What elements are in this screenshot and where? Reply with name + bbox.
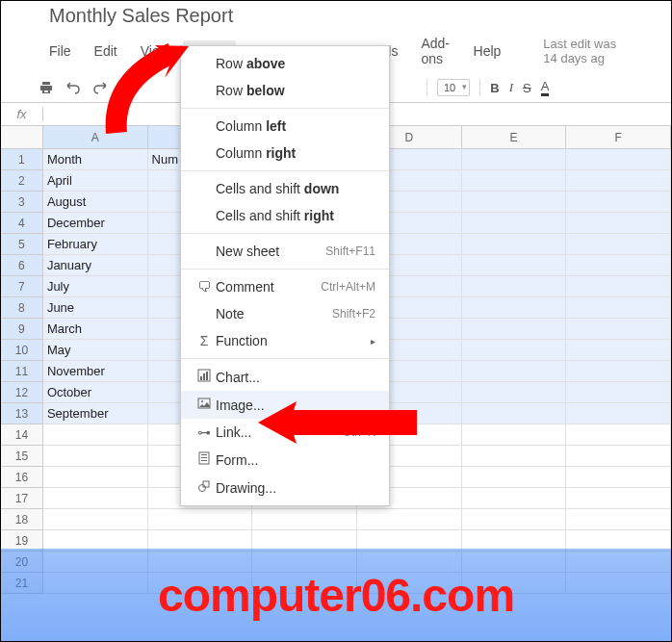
cell[interactable] xyxy=(566,361,671,382)
col-header-f[interactable]: F xyxy=(566,126,671,149)
menu-help[interactable]: Help xyxy=(464,40,511,62)
cell[interactable] xyxy=(462,255,567,276)
cell[interactable] xyxy=(43,488,148,509)
cell[interactable]: August xyxy=(43,192,148,213)
cell[interactable]: July xyxy=(43,276,148,297)
cell[interactable] xyxy=(566,149,671,170)
cell[interactable]: May xyxy=(43,340,148,361)
row-number[interactable]: 15 xyxy=(1,446,43,467)
cell[interactable] xyxy=(43,467,148,488)
cell[interactable] xyxy=(566,297,671,319)
menu-cells-shift-right[interactable]: Cells and shift right xyxy=(181,202,389,229)
cell[interactable] xyxy=(566,319,671,340)
menu-note[interactable]: NoteShift+F2 xyxy=(181,300,389,327)
row-number[interactable]: 10 xyxy=(1,340,43,361)
cell[interactable] xyxy=(566,170,671,192)
row-number[interactable]: 3 xyxy=(1,192,43,213)
cell[interactable] xyxy=(252,509,357,530)
cell[interactable] xyxy=(566,446,671,467)
menu-chart[interactable]: Chart... xyxy=(181,363,389,391)
cell[interactable] xyxy=(462,149,567,170)
font-size-select[interactable]: 10 xyxy=(437,79,470,96)
cell[interactable] xyxy=(462,234,567,255)
cell[interactable]: Month xyxy=(43,149,148,170)
menu-addons[interactable]: Add-ons xyxy=(411,33,459,69)
cell[interactable] xyxy=(462,276,567,297)
cell[interactable] xyxy=(566,424,671,446)
cell[interactable] xyxy=(43,446,148,467)
row-number[interactable]: 8 xyxy=(1,297,43,319)
cell[interactable] xyxy=(566,340,671,361)
undo-icon[interactable] xyxy=(65,79,82,96)
cell[interactable] xyxy=(462,467,567,488)
cell[interactable] xyxy=(462,446,567,467)
row-number[interactable]: 9 xyxy=(1,319,43,340)
cell[interactable] xyxy=(462,297,567,319)
cell[interactable]: January xyxy=(43,255,148,276)
row-number[interactable]: 18 xyxy=(1,509,43,530)
doc-title[interactable]: Monthly Sales Report xyxy=(1,1,671,29)
cell[interactable] xyxy=(462,424,567,446)
cell[interactable]: October xyxy=(43,382,148,403)
cell[interactable] xyxy=(43,424,148,446)
row-number[interactable]: 6 xyxy=(1,255,43,276)
cell[interactable] xyxy=(566,234,671,255)
cell[interactable] xyxy=(566,467,671,488)
row-number[interactable]: 11 xyxy=(1,361,43,382)
cell[interactable] xyxy=(462,488,567,509)
cell[interactable] xyxy=(462,361,567,382)
annotation-arrow xyxy=(97,41,213,138)
text-color-button[interactable]: A xyxy=(541,79,550,96)
select-all-corner[interactable] xyxy=(1,126,43,149)
cell[interactable] xyxy=(566,488,671,509)
cell[interactable]: September xyxy=(43,403,148,424)
cell[interactable] xyxy=(566,213,671,234)
row-number[interactable]: 5 xyxy=(1,234,43,255)
row-number[interactable]: 4 xyxy=(1,213,43,234)
cell[interactable]: April xyxy=(43,170,148,192)
cell[interactable]: November xyxy=(43,361,148,382)
row-number[interactable]: 12 xyxy=(1,382,43,403)
cell[interactable] xyxy=(462,319,567,340)
cell[interactable] xyxy=(462,340,567,361)
print-icon[interactable] xyxy=(38,79,55,96)
menu-file[interactable]: File xyxy=(39,40,81,62)
row-number[interactable]: 7 xyxy=(1,276,43,297)
col-header-e[interactable]: E xyxy=(462,126,567,149)
cell[interactable] xyxy=(566,255,671,276)
menu-new-sheet[interactable]: New sheetShift+F11 xyxy=(181,238,389,265)
cell[interactable]: March xyxy=(43,319,148,340)
cell[interactable] xyxy=(148,509,253,530)
cell[interactable] xyxy=(357,509,462,530)
last-edit-text[interactable]: Last edit was 14 days ag xyxy=(533,34,633,68)
cell[interactable] xyxy=(462,170,567,192)
cell[interactable]: February xyxy=(43,234,148,255)
cell[interactable] xyxy=(462,213,567,234)
bold-button[interactable]: B xyxy=(490,81,499,95)
cell[interactable]: December xyxy=(43,213,148,234)
cell[interactable] xyxy=(462,403,567,424)
row-number[interactable]: 16 xyxy=(1,467,43,488)
menu-drawing[interactable]: Drawing... xyxy=(181,474,389,501)
italic-button[interactable]: I xyxy=(509,80,513,95)
row-number[interactable]: 1 xyxy=(1,149,43,170)
cell[interactable] xyxy=(43,509,148,530)
row-number[interactable]: 17 xyxy=(1,488,43,509)
row-number[interactable]: 2 xyxy=(1,170,43,192)
menu-function[interactable]: ΣFunction▸ xyxy=(181,327,389,354)
strike-button[interactable]: S xyxy=(523,81,531,95)
menu-cells-shift-down[interactable]: Cells and shift down xyxy=(181,175,389,202)
cell[interactable] xyxy=(566,276,671,297)
cell[interactable] xyxy=(462,192,567,213)
cell[interactable] xyxy=(462,509,567,530)
menu-column-right[interactable]: Column right xyxy=(181,140,389,167)
cell[interactable] xyxy=(566,403,671,424)
cell[interactable]: June xyxy=(43,297,148,319)
row-number[interactable]: 13 xyxy=(1,403,43,424)
cell[interactable] xyxy=(462,382,567,403)
menu-comment[interactable]: 🗨CommentCtrl+Alt+M xyxy=(181,273,389,300)
cell[interactable] xyxy=(566,382,671,403)
cell[interactable] xyxy=(566,509,671,530)
cell[interactable] xyxy=(566,192,671,213)
row-number[interactable]: 14 xyxy=(1,424,43,446)
